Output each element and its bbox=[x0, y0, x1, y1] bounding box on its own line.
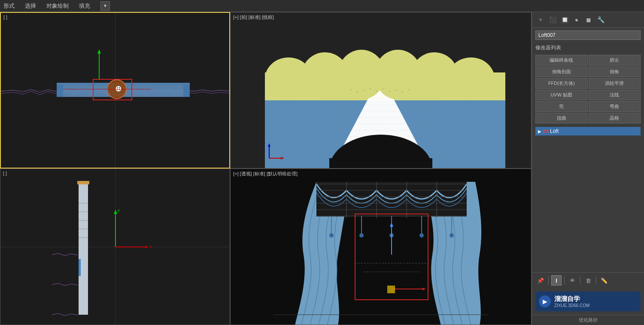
modifier-btn-3[interactable]: 倒角 bbox=[589, 66, 641, 77]
modifier-btn-8[interactable]: 壳 bbox=[535, 101, 588, 112]
modifier-item-loft[interactable]: ▶ Loft bbox=[535, 127, 641, 135]
svg-point-84 bbox=[329, 233, 334, 238]
viewport-top-right[interactable]: [+] [前] [标准] [线框] bbox=[230, 12, 532, 169]
delete-modifier-icon[interactable]: 🗑 bbox=[583, 275, 593, 286]
svg-point-86 bbox=[359, 233, 364, 238]
tab-hierarchy-icon[interactable]: 🔲 bbox=[559, 15, 570, 25]
modifier-btn-1[interactable]: 挤出 bbox=[589, 55, 641, 66]
tab-motion-icon[interactable]: ● bbox=[571, 15, 582, 25]
svg-point-39 bbox=[389, 91, 390, 92]
modifier-stack-list: ▶ Loft bbox=[532, 125, 644, 272]
svg-point-40 bbox=[395, 90, 397, 91]
toolbar-dropdown-icon[interactable]: ▼ bbox=[100, 1, 110, 11]
svg-point-20 bbox=[447, 57, 495, 100]
top-left-svg: ⊕ bbox=[1, 13, 230, 169]
watermark-text-group: 溜溜自学 ZIXUE.3D66.COM bbox=[554, 295, 589, 308]
svg-rect-44 bbox=[329, 158, 432, 169]
modifier-btn-0[interactable]: 编辑样条线 bbox=[535, 55, 588, 66]
menu-item-xuanze[interactable]: 选择 bbox=[25, 2, 36, 10]
separator-1 bbox=[548, 276, 549, 285]
panel-bottom-icons: 📌 I 👁 🗑 ✏️ bbox=[532, 272, 644, 288]
bottom-left-svg: Y X bbox=[0, 169, 230, 325]
svg-point-42 bbox=[408, 89, 410, 90]
svg-point-37 bbox=[376, 90, 377, 92]
optimize-bar: 优化路径 bbox=[532, 315, 644, 325]
watermark-play-icon: ▶ bbox=[539, 295, 551, 307]
modifier-btn-11[interactable]: 晶格 bbox=[589, 113, 641, 123]
menu-bar: 形式 选择 对象绘制 填充 ▼ bbox=[0, 0, 644, 12]
object-name-input[interactable] bbox=[535, 30, 641, 40]
modifier-list-label: 修改器列表 bbox=[532, 42, 644, 53]
tab-modify-icon[interactable]: ⬛ bbox=[547, 15, 558, 25]
top-right-svg bbox=[231, 12, 532, 169]
watermark[interactable]: ▶ 溜溜自学 ZIXUE.3D66.COM bbox=[535, 292, 641, 311]
svg-point-34 bbox=[357, 91, 358, 93]
configure-modifier-icon[interactable]: ✏️ bbox=[599, 275, 609, 286]
panel-tabs: ＋ ⬛ 🔲 ● ◼ 🔧 bbox=[532, 12, 644, 28]
svg-point-33 bbox=[350, 89, 352, 90]
modifier-loft-label: Loft bbox=[550, 128, 559, 134]
svg-text:X: X bbox=[149, 245, 152, 250]
separator-3 bbox=[580, 276, 580, 285]
svg-point-92 bbox=[450, 233, 454, 238]
modifier-btn-6[interactable]: UVW 贴图 bbox=[535, 90, 588, 100]
modifier-btn-10[interactable]: 扭曲 bbox=[535, 113, 588, 123]
modifier-loft-redbox bbox=[543, 130, 548, 132]
svg-rect-54 bbox=[79, 182, 88, 315]
svg-point-41 bbox=[402, 91, 403, 93]
svg-text:Y: Y bbox=[117, 209, 120, 214]
main-layout: [ ] ⊕ bbox=[0, 12, 644, 325]
bottom-right-svg bbox=[231, 169, 532, 325]
svg-point-36 bbox=[370, 88, 371, 90]
optimize-label: 优化路径 bbox=[579, 317, 598, 322]
viewport-bottom-left[interactable]: [ ] Y bbox=[0, 169, 230, 325]
separator-4 bbox=[596, 276, 596, 285]
modifier-btn-5[interactable]: 涡轮平滑 bbox=[589, 78, 641, 89]
svg-rect-9 bbox=[57, 85, 63, 97]
svg-point-90 bbox=[419, 233, 424, 238]
modifier-btn-4[interactable]: FFD(长方体) bbox=[535, 78, 588, 89]
modifier-btn-9[interactable]: 弯曲 bbox=[589, 101, 641, 112]
svg-rect-67 bbox=[77, 181, 89, 184]
menu-item-xingshi[interactable]: 形式 bbox=[3, 2, 15, 10]
modifier-buttons-grid: 编辑样条线 挤出 倒角剖面 倒角 FFD(长方体) 涡轮平滑 UVW 贴图 法线… bbox=[532, 53, 644, 125]
svg-rect-10 bbox=[183, 85, 190, 97]
svg-point-38 bbox=[383, 89, 384, 90]
pin-icon[interactable]: 📌 bbox=[535, 275, 546, 286]
modifier-arrow: ▶ bbox=[538, 129, 541, 134]
viewport-bottom-right[interactable]: [+] [透视] [标准] [默认明暗处理] bbox=[230, 169, 532, 325]
watermark-sub: ZIXUE.3D66.COM bbox=[554, 303, 589, 308]
viewport-top-left[interactable]: [ ] ⊕ bbox=[0, 12, 230, 169]
svg-rect-66 bbox=[79, 259, 81, 276]
viewports-container: [ ] ⊕ bbox=[0, 12, 532, 325]
tab-add-icon[interactable]: ＋ bbox=[535, 15, 546, 25]
svg-marker-7 bbox=[97, 49, 101, 54]
modifier-btn-2[interactable]: 倒角剖面 bbox=[535, 66, 588, 77]
modifier-btn-7[interactable]: 法线 bbox=[589, 90, 641, 100]
menu-item-duixianghuizhi[interactable]: 对象绘制 bbox=[46, 2, 69, 10]
menu-item-tianchong[interactable]: 填充 bbox=[79, 2, 90, 10]
right-panel: ＋ ⬛ 🔲 ● ◼ 🔧 修改器列表 编辑样条线 挤出 倒角剖面 倒角 FFD(长… bbox=[532, 12, 644, 325]
tab-utility-icon[interactable]: 🔧 bbox=[595, 15, 606, 25]
watermark-title: 溜溜自学 bbox=[554, 295, 589, 303]
separator-2 bbox=[564, 276, 565, 285]
svg-rect-98 bbox=[387, 286, 395, 293]
svg-point-35 bbox=[363, 90, 365, 91]
show-result-icon[interactable]: 👁 bbox=[567, 275, 577, 286]
tab-display-icon[interactable]: ◼ bbox=[583, 15, 594, 25]
modifier-stack-icon[interactable]: I bbox=[551, 275, 562, 286]
